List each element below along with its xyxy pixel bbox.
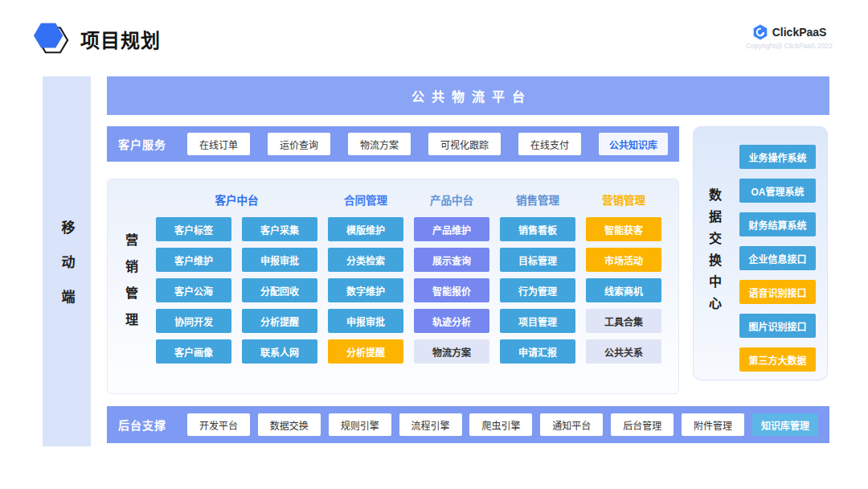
backend-button[interactable]: 后台管理 — [611, 413, 674, 436]
customer-service-row: 客户服务 在线订单运价查询物流方案可视化跟踪在线支付公共知识库 — [107, 126, 679, 162]
module-chip[interactable]: 分析提醒 — [328, 339, 403, 364]
module-chip[interactable]: 申请汇报 — [500, 339, 575, 364]
module-chip[interactable]: 行为管理 — [500, 278, 575, 302]
module-chip[interactable]: 物流方案 — [414, 339, 489, 364]
module-chip[interactable]: 申报审批 — [242, 248, 317, 272]
module-chip[interactable]: 销售看板 — [500, 217, 575, 241]
platform-banner: 公共物流平台 — [107, 76, 829, 115]
customer-service-button[interactable]: 可视化跟踪 — [428, 133, 501, 155]
module-chip[interactable]: 客户公海 — [156, 278, 231, 302]
module-chip[interactable]: 智能获客 — [586, 217, 661, 241]
data-exchange-panel: 数据交换中心 业务操作系统OA管理系统财务结算系统企业信息接口语音识别接口图片识… — [693, 126, 828, 380]
exchange-chip[interactable]: 财务结算系统 — [739, 212, 816, 236]
module-chip[interactable]: 模版维护 — [328, 217, 403, 241]
exchange-chip[interactable]: 语音识别接口 — [739, 280, 816, 304]
page: 项目规划 ClickPaaS Copyright@ ClickPaaS 2022… — [0, 0, 868, 489]
exchange-chip[interactable]: 企业信息接口 — [739, 246, 816, 270]
module-chip[interactable]: 智能报价 — [414, 278, 489, 302]
module-chip[interactable]: 客户采集 — [242, 217, 317, 241]
backend-button[interactable]: 流程引擎 — [399, 413, 462, 436]
backend-button[interactable]: 开发平台 — [187, 413, 250, 436]
module-chip[interactable]: 产品维护 — [414, 217, 489, 241]
column-header: 合同管理 — [328, 191, 403, 208]
customer-service-button[interactable]: 物流方案 — [348, 133, 411, 155]
module-chip[interactable]: 市场活动 — [586, 248, 661, 272]
backend-button[interactable]: 数据交换 — [258, 413, 321, 436]
module-chip[interactable]: 公共关系 — [586, 339, 661, 364]
marketing-side-label: 营销管理 — [121, 233, 140, 339]
module-chip[interactable]: 申报审批 — [328, 309, 403, 333]
customer-service-label: 客户服务 — [118, 136, 166, 152]
backend-button[interactable]: 通知平台 — [540, 413, 603, 436]
brand-logo: ClickPaaS Copyright@ ClickPaaS 2022 — [746, 24, 833, 50]
backend-buttons: 开发平台数据交换规则引擎流程引擎爬虫引擎通知平台后台管理附件管理知识库管理 — [187, 413, 818, 436]
title-hexagon-icon — [32, 19, 69, 56]
module-chip[interactable]: 分配回收 — [242, 278, 317, 302]
brand-name: ClickPaaS — [772, 26, 827, 39]
customer-service-button[interactable]: 在线支付 — [518, 133, 581, 155]
module-chip[interactable]: 联系人网 — [242, 339, 317, 364]
module-chip[interactable]: 客户画像 — [156, 339, 231, 364]
module-chip[interactable]: 项目管理 — [500, 309, 575, 333]
backend-button[interactable]: 知识库管理 — [752, 413, 818, 436]
module-chip[interactable]: 线索商机 — [586, 278, 661, 302]
backend-button[interactable]: 爬虫引擎 — [469, 413, 532, 436]
column-header: 产品中台 — [414, 191, 489, 208]
module-chip[interactable]: 展示查询 — [414, 248, 489, 272]
module-chip[interactable]: 分析提醒 — [242, 309, 317, 333]
module-column-headers: 客户中台合同管理产品中台销售管理营销管理 — [156, 191, 661, 208]
module-chip[interactable]: 数字维护 — [328, 278, 403, 302]
customer-service-button[interactable]: 公共知识库 — [599, 133, 668, 155]
customer-service-button[interactable]: 运价查询 — [268, 133, 330, 155]
module-chip[interactable]: 客户维护 — [156, 248, 231, 272]
module-chip[interactable]: 轨迹分析 — [414, 309, 489, 333]
page-title: 项目规划 — [80, 25, 161, 53]
platform-banner-label: 公共物流平台 — [404, 86, 532, 105]
exchange-chip[interactable]: 图片识别接口 — [739, 314, 816, 338]
mobile-side-label: 移动端 — [57, 220, 77, 324]
column-header: 销售管理 — [500, 191, 575, 208]
data-exchange-buttons: 业务操作系统OA管理系统财务结算系统企业信息接口语音识别接口图片识别接口第三方大… — [739, 145, 816, 372]
module-chip[interactable]: 目标管理 — [500, 248, 575, 272]
backend-support-row: 后台支撑 开发平台数据交换规则引擎流程引擎爬虫引擎通知平台后台管理附件管理知识库… — [107, 406, 829, 443]
column-header: 营销管理 — [586, 191, 661, 208]
module-chip[interactable]: 协同开发 — [156, 309, 231, 333]
module-chip[interactable]: 工具合集 — [586, 309, 661, 333]
module-chip[interactable]: 分类检索 — [328, 248, 403, 272]
exchange-chip[interactable]: OA管理系统 — [739, 179, 816, 203]
exchange-chip[interactable]: 第三方大数据 — [739, 347, 816, 372]
module-grid: 客户中台合同管理产品中台销售管理营销管理 客户标签客户采集模版维护产品维护销售看… — [156, 191, 661, 364]
module-chip-grid: 客户标签客户采集模版维护产品维护销售看板智能获客客户维护申报审批分类检索展示查询… — [156, 217, 661, 364]
backend-button[interactable]: 附件管理 — [682, 413, 744, 436]
column-header: 客户中台 — [156, 191, 317, 208]
backend-support-label: 后台支撑 — [118, 417, 166, 433]
data-exchange-side-label: 数据交换中心 — [704, 188, 723, 318]
copyright-text: Copyright@ ClickPaaS 2022 — [746, 42, 833, 50]
marketing-module-panel: 营销管理 客户中台合同管理产品中台销售管理营销管理 客户标签客户采集模版维护产品… — [107, 179, 679, 394]
customer-service-buttons: 在线订单运价查询物流方案可视化跟踪在线支付公共知识库 — [187, 133, 668, 155]
customer-service-button[interactable]: 在线订单 — [187, 133, 250, 155]
clickpaas-logo-icon — [752, 24, 768, 40]
exchange-chip[interactable]: 业务操作系统 — [739, 145, 816, 169]
module-chip[interactable]: 客户标签 — [156, 217, 231, 241]
mobile-side-bar: 移动端 — [43, 76, 91, 446]
backend-button[interactable]: 规则引擎 — [329, 413, 391, 436]
